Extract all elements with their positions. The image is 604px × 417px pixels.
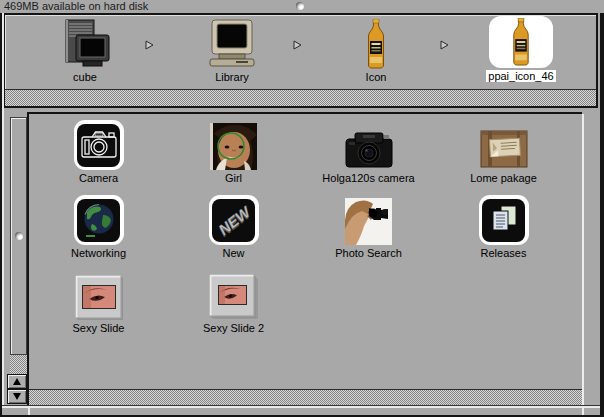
icon-grid-panel: Camera G — [27, 112, 582, 405]
horizontal-scroll-track[interactable] — [5, 89, 596, 106]
grid-item-sexy-slide[interactable]: Sexy Slide — [31, 266, 166, 334]
grid-item-camera[interactable]: Camera — [31, 116, 166, 184]
scroll-down-button[interactable] — [7, 389, 27, 404]
parcel-icon — [479, 116, 529, 170]
path-item-label: Library — [215, 71, 249, 83]
holga-camera-icon — [343, 116, 395, 170]
grid-item-sexy-slide-2[interactable]: Sexy Slide 2 — [166, 266, 301, 334]
grid-item-photo-search[interactable]: Photo Search — [301, 191, 436, 259]
grid-item-label: Girl — [225, 172, 242, 184]
grid-item-label: Networking — [71, 247, 126, 259]
grid-item-label: New — [222, 247, 244, 259]
dimple-knob-icon — [15, 232, 23, 240]
bevel-line — [582, 408, 584, 415]
footer-bar — [0, 408, 604, 415]
grid-item-holga[interactable]: Holga120s camera — [301, 116, 436, 184]
girl-photo-icon — [210, 116, 257, 170]
grid-item-releases[interactable]: Releases — [436, 191, 571, 259]
file-browser-window: 469MB available on hard disk c — [0, 0, 604, 417]
vertical-scroll-thumb[interactable] — [10, 117, 27, 355]
bevel-line — [2, 13, 4, 405]
path-item-cube[interactable]: cube — [25, 17, 145, 83]
grid-item-label: Sexy Slide 2 — [203, 322, 264, 334]
grid-item-label: Camera — [79, 172, 118, 184]
down-triangle-icon — [13, 393, 21, 400]
path-item-icon[interactable]: Icon — [316, 17, 436, 83]
path-item-label: ppai_icon_46 — [486, 70, 555, 82]
grid-item-girl[interactable]: Girl — [166, 116, 301, 184]
documents-icon — [479, 195, 529, 245]
beer-bottle-icon — [365, 17, 387, 69]
grid-item-label: Holga120s camera — [322, 172, 414, 184]
vertical-scroll-track[interactable] — [10, 355, 27, 374]
path-browser-panel: cube Library — [3, 13, 598, 108]
window-border — [600, 13, 604, 417]
right-arrow-icon — [145, 40, 154, 50]
right-arrow-icon — [440, 40, 449, 50]
path-item-ppai-icon-46-selected[interactable]: ppai_icon_46 — [461, 16, 581, 82]
up-triangle-icon — [13, 378, 21, 385]
selection-highlight — [489, 16, 553, 68]
slide-frame-icon — [209, 266, 259, 320]
grid-item-networking[interactable]: Networking — [31, 191, 166, 259]
path-item-label: cube — [73, 71, 97, 83]
disk-space-status: 469MB available on hard disk — [4, 0, 424, 13]
grid-item-label: Releases — [481, 247, 527, 259]
bevel-line — [582, 114, 584, 405]
photographer-icon — [345, 191, 392, 245]
grid-item-label: Photo Search — [335, 247, 402, 259]
desktop-computer-icon — [206, 17, 258, 69]
globe-icon — [74, 195, 124, 245]
window-border — [0, 13, 2, 417]
grid-item-label: Sexy Slide — [73, 322, 125, 334]
right-arrow-icon — [293, 40, 302, 50]
path-item-library[interactable]: Library — [172, 17, 292, 83]
slide-frame-icon — [75, 266, 123, 320]
grid-item-label: Lome pakage — [470, 172, 537, 184]
new-3d-text-icon: NEW NEW — [209, 195, 259, 245]
grid-item-new[interactable]: NEW NEW New — [166, 191, 301, 259]
grid-item-lome-pakage[interactable]: Lome pakage — [436, 116, 571, 184]
horizontal-scroll-track[interactable] — [29, 389, 582, 405]
camera-outline-icon — [74, 120, 124, 170]
bevel-line — [28, 408, 30, 415]
beer-bottle-icon — [510, 18, 532, 66]
scroll-up-button[interactable] — [7, 374, 27, 389]
tower-computer-icon — [59, 17, 111, 69]
path-item-label: Icon — [366, 71, 387, 83]
dimple-knob-icon — [296, 2, 304, 10]
